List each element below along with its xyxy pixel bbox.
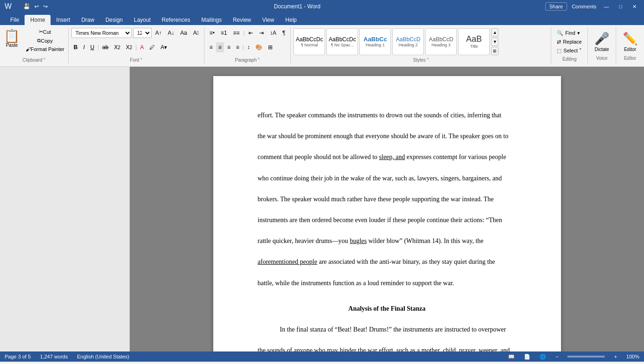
style-no-spacing[interactable]: AaBbCcDc ¶ No Spac...	[326, 28, 358, 55]
gallery-up-button[interactable]: ▲	[491, 28, 498, 37]
zoom-in-button[interactable]: +	[614, 354, 617, 359]
dictate-button[interactable]: 🎤 Dictate	[592, 30, 612, 54]
underline-button[interactable]: U	[88, 42, 97, 52]
para-expand-icon[interactable]: ⌝	[257, 57, 260, 63]
increase-font-button[interactable]: A↑	[153, 28, 164, 38]
title-bar: W 💾 ↩ ↪ Document1 - Word Share Comments …	[0, 0, 644, 13]
editing-group-label: Editing	[555, 56, 584, 63]
save-icon[interactable]: 💾	[23, 3, 30, 10]
align-center-button[interactable]: ≡	[216, 42, 224, 52]
underline-sleep-and: sleep, and	[379, 153, 405, 160]
clear-formatting-button[interactable]: A⃝	[191, 28, 201, 38]
undo-icon[interactable]: ↩	[34, 3, 39, 10]
shading-button[interactable]: 🎨	[253, 42, 265, 52]
superscript-button[interactable]: X2	[124, 42, 135, 52]
minimize-button[interactable]: —	[601, 4, 612, 9]
style-normal[interactable]: AaBbCcDc ¶ Normal	[293, 28, 325, 55]
style-title[interactable]: AaB Title	[458, 28, 490, 55]
font-size-select[interactable]: 12	[133, 28, 152, 38]
format-painter-button[interactable]: 🖌 Format Painter	[24, 45, 66, 53]
view-web-icon[interactable]: 🌐	[540, 354, 546, 360]
dictate-icon: 🎤	[594, 32, 609, 46]
find-button[interactable]: 🔍 Find ▾	[555, 29, 584, 37]
line-spacing-button[interactable]: ↕	[245, 42, 252, 52]
font-name-select[interactable]: Times New Roman	[71, 28, 132, 38]
comments-button[interactable]: Comments	[572, 4, 596, 9]
align-left-button[interactable]: ≡	[207, 42, 215, 52]
copy-button[interactable]: ⧉ Copy	[24, 37, 66, 45]
highlight-button[interactable]: 🖊	[147, 42, 157, 52]
tab-view[interactable]: View	[257, 15, 280, 25]
document-area: effort. The speaker commands the instrum…	[0, 67, 644, 351]
tab-design[interactable]: Design	[100, 15, 128, 25]
tab-mailings[interactable]: Mailings	[196, 15, 227, 25]
multilevel-list-button[interactable]: ≡≡	[231, 28, 242, 38]
show-hide-button[interactable]: ¶	[280, 28, 287, 38]
paragraph-p1: effort. The speaker commands the instrum…	[258, 109, 516, 121]
view-read-icon[interactable]: 📖	[508, 354, 515, 360]
redo-icon[interactable]: ↪	[43, 3, 48, 10]
decrease-font-button[interactable]: A↓	[166, 28, 177, 38]
strikethrough-button[interactable]: ab	[100, 42, 111, 52]
replace-button[interactable]: ⇄ Replace	[555, 38, 584, 46]
bullets-button[interactable]: ≡•	[207, 28, 217, 38]
sort-button[interactable]: ↕A	[268, 28, 279, 38]
subscript-button[interactable]: X2	[112, 42, 123, 52]
maximize-button[interactable]: □	[616, 4, 625, 9]
increase-indent-button[interactable]: ⇥	[257, 28, 266, 38]
share-button[interactable]: Share	[545, 2, 567, 11]
select-button[interactable]: ⬚ Select ˅	[555, 47, 584, 55]
copy-icon: ⧉	[37, 38, 41, 44]
voice-group: 🎤 Dictate Voice	[588, 27, 616, 64]
gallery-arrows: ▲ ▼ ⊞	[491, 28, 498, 55]
cut-button[interactable]: ✂ Cut	[24, 28, 66, 36]
replace-icon: ⇄	[557, 39, 561, 45]
tab-references[interactable]: References	[156, 15, 196, 25]
tab-review[interactable]: Review	[227, 15, 256, 25]
paragraph-p5: brokers. The speaker would much rather h…	[258, 193, 516, 205]
editor-button[interactable]: ✏️ Editor	[620, 30, 640, 54]
justify-button[interactable]: ≡	[234, 42, 242, 52]
text-color-button[interactable]: A	[138, 42, 146, 52]
editing-group: 🔍 Find ▾ ⇄ Replace ⬚ Select ˅ Editing	[551, 27, 588, 64]
view-print-icon[interactable]: 📄	[524, 354, 530, 360]
tab-layout[interactable]: Layout	[128, 15, 156, 25]
tab-draw[interactable]: Draw	[76, 15, 100, 25]
clipboard-expand-icon[interactable]: ⌝	[43, 57, 45, 63]
tab-insert[interactable]: Insert	[51, 15, 76, 25]
status-bar: Page 3 of 5 1,247 words English (United …	[0, 351, 644, 362]
numbering-button[interactable]: ≡1	[218, 28, 230, 38]
zoom-out-button[interactable]: −	[555, 354, 558, 359]
doc-scroll[interactable]: effort. The speaker commands the instrum…	[130, 67, 644, 351]
close-button[interactable]: ✕	[630, 4, 639, 10]
underline-aforementioned: aforementioned people	[258, 258, 318, 265]
style-heading2[interactable]: AaBbCcD Heading 2	[392, 28, 424, 55]
change-case-button[interactable]: Aa	[178, 28, 190, 38]
align-right-button[interactable]: ≡	[225, 42, 233, 52]
editor-icon: ✏️	[623, 32, 638, 46]
tab-file[interactable]: File	[5, 15, 25, 25]
decrease-indent-button[interactable]: ⇤	[246, 28, 255, 38]
style-heading3[interactable]: AaBbCcD Heading 3	[425, 28, 457, 55]
zoom-slider[interactable]	[567, 356, 605, 358]
font-color-button[interactable]: A▾	[158, 42, 169, 52]
doc-page[interactable]: effort. The speaker commands the instrum…	[213, 76, 561, 351]
style-heading1[interactable]: AaBbCc Heading 1	[359, 28, 391, 55]
paragraph-p4: who continue doing their job in the wake…	[258, 172, 516, 184]
format-painter-icon: 🖌	[26, 46, 31, 52]
underline-bugles: bugles	[350, 237, 367, 244]
doc-sidebar	[0, 67, 130, 351]
gallery-down-button[interactable]: ▼	[491, 38, 498, 46]
paste-button[interactable]: 📋 Paste	[2, 28, 22, 50]
tab-help[interactable]: Help	[280, 15, 302, 25]
title-bar-right: Share Comments — □ ✕	[545, 2, 639, 11]
gallery-more-button[interactable]: ⊞	[491, 47, 498, 55]
paragraph-p11: the sounds of anyone who may hinder the …	[258, 345, 516, 351]
bold-button[interactable]: B	[71, 42, 80, 52]
italic-button[interactable]: I	[81, 42, 87, 52]
font-expand-icon[interactable]: ⌝	[140, 57, 142, 63]
heading-final-stanza: Analysis of the Final Stanza	[258, 303, 516, 314]
tab-home[interactable]: Home	[25, 15, 51, 25]
borders-button[interactable]: ⊞	[266, 42, 275, 52]
styles-expand-icon[interactable]: ⌝	[427, 57, 429, 63]
